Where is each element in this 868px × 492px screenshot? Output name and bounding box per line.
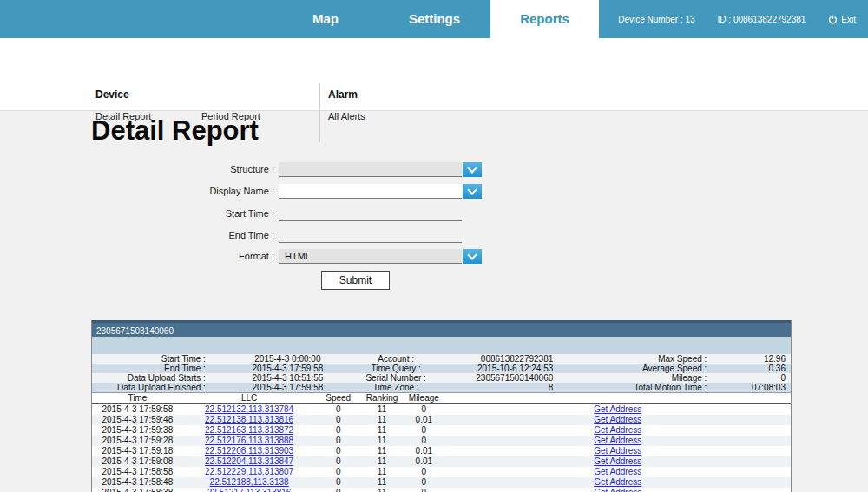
cell-ranking: 11 — [361, 415, 403, 425]
tab-map[interactable]: Map — [291, 0, 360, 38]
report-summary-table: Start Time :2015-4-3 0:00:00Account :008… — [92, 354, 791, 392]
summary-value: 008613822792381 — [427, 354, 553, 364]
report-table-body: 2015-4-3 17:59:5822.512132,113.313784011… — [92, 404, 791, 492]
column-header: Ranking — [361, 393, 403, 404]
table-row: 2015-4-3 17:59:4822.512138,113.313816011… — [92, 415, 791, 425]
chevron-down-icon[interactable] — [463, 249, 482, 264]
cell-mileage: 0 — [403, 404, 444, 416]
summary-label: Data Upload Finished : — [92, 383, 211, 392]
llc-link[interactable]: 22.51217,113.313816 — [207, 488, 292, 492]
summary-label: Time Query : — [365, 364, 427, 373]
cell-speed: 0 — [316, 446, 361, 456]
cell-speed: 0 — [316, 456, 361, 467]
chevron-down-icon[interactable] — [463, 184, 482, 199]
summary-label: Average Speed : — [553, 364, 707, 373]
summary-row: End Time :2015-4-3 17:59:58Time Query :2… — [92, 364, 791, 373]
cell-mileage: 0 — [403, 488, 444, 492]
llc-link[interactable]: 22.512208,113.313903 — [205, 446, 293, 456]
report-detail-table: TimeLLCSpeedRankingMileage 2015-4-3 17:5… — [92, 392, 791, 492]
cell-llc: 22.512229,113.313807 — [183, 467, 316, 477]
get-address-link[interactable]: Get Address — [594, 467, 641, 476]
table-row: 2015-4-3 17:59:3822.512163,113.313872011… — [92, 425, 791, 436]
display-name-select[interactable] — [279, 184, 462, 199]
cell-ranking: 11 — [361, 446, 403, 456]
power-icon — [828, 15, 838, 24]
submit-button[interactable]: Submit — [321, 271, 390, 290]
get-address-link[interactable]: Get Address — [594, 488, 641, 492]
summary-value: 2015-4-3 10:51:55 — [211, 373, 365, 383]
tab-reports[interactable]: Reports — [490, 0, 599, 38]
cell-llc: 22.512132,113.313784 — [183, 404, 316, 416]
llc-link[interactable]: 22.512204,113.313847 — [205, 456, 293, 466]
summary-label: Serial Number : — [365, 373, 427, 383]
cell-speed: 0 — [316, 425, 361, 436]
reports-submenu: Device Detail Report Period Report Alarm… — [0, 38, 868, 111]
llc-link[interactable]: 22.512132,113.313784 — [205, 404, 293, 414]
summary-row: Start Time :2015-4-3 0:00:00Account :008… — [92, 354, 791, 364]
exit-label: Exit — [841, 15, 856, 24]
app-root: Map Settings Reports Device Number : 13 … — [0, 0, 868, 492]
get-address-link[interactable]: Get Address — [594, 477, 641, 487]
cell-mileage: 0 — [403, 477, 444, 488]
column-header — [444, 393, 791, 404]
cell-get-address: Get Address — [444, 415, 791, 425]
submenu-group-alarm-title: Alarm — [328, 89, 358, 101]
summary-label: Account : — [365, 354, 427, 364]
summary-value: 8 — [427, 383, 553, 392]
cell-speed: 0 — [316, 436, 361, 446]
device-id-label: ID : 008613822792381 — [718, 15, 806, 24]
get-address-link[interactable]: Get Address — [594, 446, 641, 456]
cell-mileage: 0.01 — [403, 456, 444, 467]
cell-mileage: 0 — [403, 436, 444, 446]
cell-time: 2015-4-3 17:59:38 — [92, 425, 183, 436]
llc-link[interactable]: 22.512188,113.3138 — [210, 477, 289, 487]
device-number-label: Device Number : 13 — [618, 15, 694, 24]
cell-time: 2015-4-3 17:59:48 — [92, 415, 183, 425]
cell-get-address: Get Address — [444, 456, 791, 467]
summary-label: Total Motion Time : — [553, 383, 707, 392]
cell-ranking: 11 — [361, 488, 403, 492]
cell-llc: 22.512163,113.313872 — [183, 425, 316, 436]
cell-get-address: Get Address — [444, 425, 791, 436]
exit-button[interactable]: Exit — [828, 15, 856, 24]
llc-link[interactable]: 22.512138,113.313816 — [205, 415, 293, 424]
format-select[interactable]: HTML — [279, 249, 462, 264]
table-row: 2015-4-3 17:59:0822.512204,113.313847011… — [92, 456, 791, 467]
summary-label: Mileage : — [553, 373, 707, 383]
chevron-down-icon[interactable] — [463, 162, 482, 177]
cell-get-address: Get Address — [444, 467, 791, 477]
cell-llc: 22.512176,113.313888 — [183, 436, 316, 446]
cell-time: 2015-4-3 17:59:08 — [92, 456, 183, 467]
get-address-link[interactable]: Get Address — [594, 415, 641, 424]
cell-mileage: 0.01 — [403, 415, 444, 425]
cell-llc: 22.512208,113.313903 — [183, 446, 316, 456]
column-header: Speed — [316, 393, 361, 404]
summary-label: Data Upload Starts : — [92, 373, 211, 383]
get-address-link[interactable]: Get Address — [594, 436, 641, 445]
cell-llc: 22.512138,113.313816 — [183, 415, 316, 425]
llc-link[interactable]: 22.512176,113.313888 — [205, 436, 293, 445]
cell-time: 2015-4-3 17:59:58 — [92, 404, 183, 416]
cell-speed: 0 — [316, 488, 361, 492]
tab-settings[interactable]: Settings — [398, 0, 471, 38]
submenu-item-all-alerts[interactable]: All Alerts — [328, 111, 365, 121]
cell-time: 2015-4-3 17:58:58 — [92, 467, 183, 477]
summary-value: 2015-4-3 17:59:58 — [211, 364, 365, 373]
llc-link[interactable]: 22.512229,113.313807 — [205, 467, 293, 476]
table-row: 2015-4-3 17:59:2822.512176,113.313888011… — [92, 436, 791, 446]
summary-label: End Time : — [92, 364, 211, 373]
column-header: Time — [92, 393, 183, 404]
structure-select[interactable] — [279, 162, 462, 177]
llc-link[interactable]: 22.512163,113.313872 — [205, 425, 293, 435]
end-time-input[interactable] — [279, 228, 462, 243]
summary-label: Max Speed : — [553, 354, 707, 364]
get-address-link[interactable]: Get Address — [594, 456, 641, 466]
cell-ranking: 11 — [361, 456, 403, 467]
cell-mileage: 0.01 — [403, 446, 444, 456]
get-address-link[interactable]: Get Address — [594, 425, 641, 435]
cell-get-address: Get Address — [444, 477, 791, 488]
get-address-link[interactable]: Get Address — [594, 404, 641, 414]
format-label: Format : — [0, 249, 274, 264]
start-time-input[interactable] — [279, 207, 462, 221]
cell-time: 2015-4-3 17:58:38 — [92, 488, 183, 492]
